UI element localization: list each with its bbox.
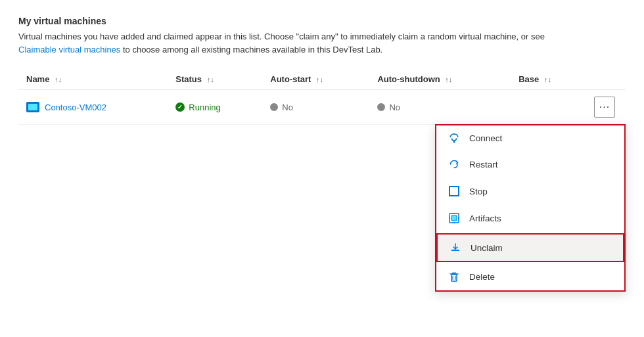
delete-icon — [448, 271, 460, 282]
ellipsis-button[interactable]: ··· — [594, 97, 615, 118]
vm-name-link[interactable]: Contoso-VM002 — [45, 102, 106, 112]
vm-table: Name ↑↓ Status ↑↓ Auto-start ↑↓ Auto-shu… — [18, 69, 626, 125]
table-row: Contoso-VM002 Running No — [18, 90, 626, 125]
col-status: Status ↑↓ — [168, 69, 262, 90]
sort-base-icon[interactable]: ↑↓ — [544, 76, 551, 83]
autoshutdown-label: No — [389, 102, 400, 112]
artifacts-label: Artifacts — [469, 213, 501, 223]
svg-rect-7 — [451, 250, 459, 251]
autoshutdown-dot-icon — [377, 103, 385, 111]
col-actions — [586, 69, 626, 90]
col-base: Base ↑↓ — [511, 69, 586, 90]
svg-point-0 — [453, 141, 455, 143]
vm-table-container: Name ↑↓ Status ↑↓ Auto-start ↑↓ Auto-shu… — [18, 69, 626, 125]
unclaim-icon — [449, 242, 461, 254]
unclaim-label: Unclaim — [471, 243, 503, 253]
delete-label: Delete — [469, 272, 495, 282]
connect-icon — [448, 133, 460, 143]
col-autoshutdown: Auto-shutdown ↑↓ — [369, 69, 511, 90]
page-title: My virtual machines — [18, 16, 626, 26]
context-menu: Connect Restart — [435, 124, 626, 292]
status-running-icon — [175, 102, 185, 112]
col-autostart: Auto-start ↑↓ — [262, 69, 369, 90]
restart-icon — [448, 158, 460, 170]
autostart-dot-icon — [270, 103, 278, 111]
autostart-label: No — [282, 102, 293, 112]
sort-status-icon[interactable]: ↑↓ — [207, 76, 214, 83]
page-description: Virtual machines you have added and clai… — [18, 30, 557, 56]
svg-rect-8 — [451, 275, 457, 281]
menu-item-unclaim[interactable]: Unclaim — [436, 233, 624, 262]
actions-cell: ··· Conne — [586, 90, 626, 125]
vm-name-cell: Contoso-VM002 — [18, 90, 168, 125]
connect-label: Connect — [469, 133, 502, 143]
sort-autoshutdown-icon[interactable]: ↑↓ — [445, 76, 452, 83]
menu-item-delete[interactable]: Delete — [436, 263, 624, 290]
stop-icon — [448, 185, 460, 197]
restart-label: Restart — [469, 160, 498, 169]
menu-item-restart[interactable]: Restart — [436, 151, 624, 178]
claimable-link[interactable]: Claimable virtual machines — [18, 45, 120, 55]
vm-status-cell: Running — [168, 90, 262, 125]
vm-autoshutdown-cell: No — [369, 90, 511, 125]
svg-rect-2 — [451, 215, 457, 221]
menu-item-artifacts[interactable]: Artifacts — [436, 205, 624, 232]
artifacts-icon — [448, 212, 460, 224]
col-name: Name ↑↓ — [18, 69, 168, 90]
status-label: Running — [189, 102, 220, 112]
stop-label: Stop — [469, 187, 488, 196]
sort-name-icon[interactable]: ↑↓ — [55, 76, 62, 83]
vm-base-cell — [511, 90, 586, 125]
menu-item-connect[interactable]: Connect — [436, 125, 624, 151]
menu-item-stop[interactable]: Stop — [436, 178, 624, 205]
vm-icon — [26, 102, 39, 112]
vm-autostart-cell: No — [262, 90, 369, 125]
sort-autostart-icon[interactable]: ↑↓ — [316, 76, 323, 83]
